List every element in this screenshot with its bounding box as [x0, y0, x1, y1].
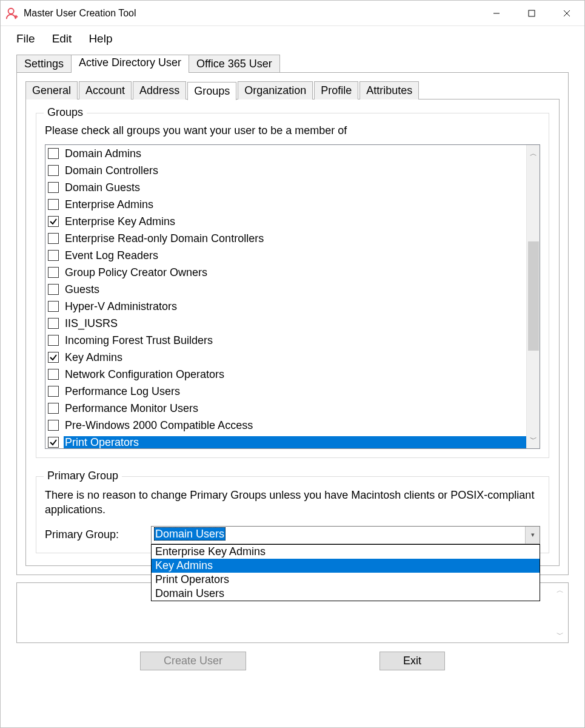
checkbox[interactable] [48, 182, 59, 193]
tab-o365[interactable]: Office 365 User [189, 55, 280, 73]
group-item[interactable]: Domain Controllers [45, 162, 526, 179]
inner-tab-panel: Groups Please check all groups you want … [25, 99, 560, 566]
menu-help[interactable]: Help [89, 32, 112, 46]
checkbox[interactable] [48, 233, 59, 244]
svg-point-0 [8, 8, 14, 13]
checkbox[interactable] [48, 165, 59, 176]
group-label: Key Admins [64, 351, 124, 364]
tab-ad-user[interactable]: Active Directory User [71, 55, 189, 73]
group-item[interactable]: Enterprise Key Admins [45, 213, 526, 230]
minimize-button[interactable] [479, 1, 514, 26]
menu-bar: File Edit Help [1, 26, 584, 54]
tab-settings[interactable]: Settings [16, 55, 72, 73]
svg-rect-2 [529, 10, 535, 16]
app-icon [5, 7, 19, 20]
group-label: Group Policy Creator Owners [64, 266, 209, 279]
inner-tab-attributes[interactable]: Attributes [359, 81, 419, 99]
group-label: Enterprise Admins [64, 198, 155, 211]
checkbox[interactable] [48, 267, 59, 278]
group-item[interactable]: Enterprise Read-only Domain Controllers [45, 230, 526, 247]
group-item[interactable]: Key Admins [45, 349, 526, 366]
group-item[interactable]: Event Log Readers [45, 247, 526, 264]
title-bar: Master User Creation Tool [1, 1, 584, 26]
group-item[interactable]: Performance Monitor Users [45, 400, 526, 417]
scroll-up-arrow-icon[interactable]: ︿ [557, 585, 564, 596]
dropdown-option[interactable]: Print Operators [152, 573, 540, 587]
group-item[interactable]: Incoming Forest Trust Builders [45, 332, 526, 349]
checkbox[interactable] [48, 301, 59, 312]
group-item[interactable]: Hyper-V Administrators [45, 298, 526, 315]
dropdown-option[interactable]: Key Admins [152, 559, 540, 573]
combobox-arrow-icon[interactable]: ▾ [525, 527, 540, 544]
checkbox[interactable] [48, 437, 59, 448]
footer: Create User Exit [1, 652, 584, 670]
group-label: Enterprise Key Admins [64, 215, 176, 228]
checkbox[interactable] [48, 199, 59, 210]
groups-fieldset: Groups Please check all groups you want … [36, 113, 549, 458]
outer-tabs: Settings Active Directory User Office 36… [16, 54, 569, 72]
group-item[interactable]: Network Configuration Operators [45, 366, 526, 383]
group-label: Enterprise Read-only Domain Controllers [64, 232, 265, 245]
outer-tab-panel: General Account Address Groups Organizat… [16, 72, 569, 575]
maximize-button[interactable] [514, 1, 549, 26]
group-label: Incoming Forest Trust Builders [64, 334, 214, 347]
primary-group-label: Primary Group: [45, 526, 145, 541]
checkbox[interactable] [48, 216, 59, 227]
menu-edit[interactable]: Edit [52, 32, 72, 46]
group-item[interactable]: Pre-Windows 2000 Compatible Access [45, 417, 526, 434]
scrollbar-thumb[interactable] [528, 241, 539, 351]
group-label: Pre-Windows 2000 Compatible Access [64, 419, 254, 432]
checkbox[interactable] [48, 369, 59, 380]
window-title: Master User Creation Tool [24, 8, 479, 19]
dropdown-option[interactable]: Domain Users [152, 587, 540, 601]
checkbox[interactable] [48, 284, 59, 295]
exit-button[interactable]: Exit [379, 652, 445, 670]
inner-tab-groups[interactable]: Groups [187, 82, 236, 100]
group-label: Performance Log Users [64, 385, 181, 398]
group-label: IIS_IUSRS [64, 317, 119, 330]
group-item[interactable]: Print Operators [45, 434, 526, 448]
inner-tabs: General Account Address Groups Organizat… [25, 81, 560, 99]
dropdown-option[interactable]: Enterprise Key Admins [152, 545, 540, 559]
close-button[interactable] [549, 1, 584, 26]
primary-group-dropdown[interactable]: Enterprise Key AdminsKey AdminsPrint Ope… [151, 544, 540, 601]
primary-group-selected[interactable]: Domain Users [152, 527, 525, 544]
group-item[interactable]: IIS_IUSRS [45, 315, 526, 332]
inner-tab-address[interactable]: Address [133, 81, 186, 99]
group-label: Performance Monitor Users [64, 402, 199, 415]
group-label: Domain Controllers [64, 164, 159, 177]
checkbox[interactable] [48, 148, 59, 159]
scroll-down-arrow-icon[interactable]: ﹀ [557, 630, 564, 640]
create-user-button[interactable]: Create User [140, 652, 246, 670]
scroll-up-arrow-icon[interactable]: ︿ [530, 149, 537, 159]
group-item[interactable]: Domain Admins [45, 145, 526, 162]
checkbox[interactable] [48, 250, 59, 261]
group-item[interactable]: Group Policy Creator Owners [45, 264, 526, 281]
primary-group-legend: Primary Group [44, 470, 122, 482]
checkbox[interactable] [48, 352, 59, 363]
groups-listbox[interactable]: Domain AdminsDomain ControllersDomain Gu… [45, 144, 540, 449]
checkbox[interactable] [48, 420, 59, 431]
checkbox[interactable] [48, 335, 59, 346]
inner-tab-organization[interactable]: Organization [238, 81, 313, 99]
group-item[interactable]: Guests [45, 281, 526, 298]
primary-group-combobox[interactable]: Domain Users ▾ Enterprise Key AdminsKey … [151, 526, 540, 544]
menu-file[interactable]: File [16, 32, 35, 46]
inner-tab-profile[interactable]: Profile [314, 81, 358, 99]
group-item[interactable]: Domain Guests [45, 179, 526, 196]
scroll-down-arrow-icon[interactable]: ﹀ [530, 434, 537, 445]
checkbox[interactable] [48, 318, 59, 329]
group-label: Domain Admins [64, 147, 142, 160]
log-scrollbar[interactable]: ︿ ﹀ [553, 585, 567, 640]
group-label: Event Log Readers [64, 249, 159, 262]
group-label: Print Operators [64, 436, 526, 449]
inner-tab-general[interactable]: General [25, 81, 78, 99]
checkbox[interactable] [48, 403, 59, 414]
groups-scrollbar[interactable]: ︿ ﹀ [526, 145, 540, 448]
primary-group-instruction: There is no reason to change Primary Gro… [45, 488, 540, 517]
group-label: Domain Guests [64, 181, 141, 194]
inner-tab-account[interactable]: Account [79, 81, 132, 99]
checkbox[interactable] [48, 386, 59, 397]
group-item[interactable]: Performance Log Users [45, 383, 526, 400]
group-item[interactable]: Enterprise Admins [45, 196, 526, 213]
